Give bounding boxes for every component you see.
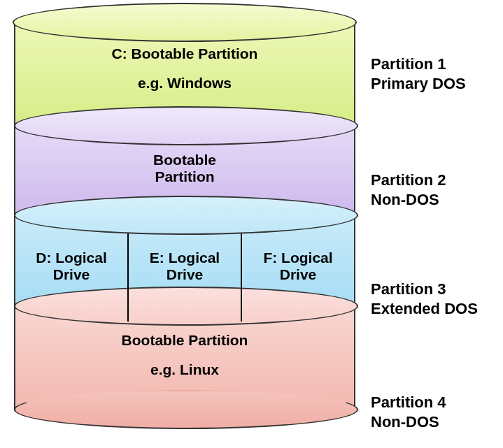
drive-divider-2 [241,219,242,321]
label-2-line2: Non-DOS [371,190,478,210]
drive-f-line2: Drive [280,266,317,283]
label-3-line2: Extended DOS [371,299,478,319]
partition-4-label: Partition 4 Non-DOS [371,369,478,431]
label-4-line2: Non-DOS [371,412,478,432]
partition-1-label: Partition 1 Primary DOS [371,55,478,159]
label-1-line1: Partition 1 [371,55,478,74]
partition-1-title: C: Bootable Partition [15,45,354,62]
drive-e-line2: Drive [167,266,204,283]
partition-2-title: Bootable [15,152,354,168]
cylinder-top-cap [13,3,357,42]
divider-1 [14,106,358,145]
partition-3-label: Partition 3 Extended DOS [371,260,478,369]
drive-f-line1: F: Logical [263,250,332,266]
label-4-line1: Partition 4 [371,393,478,412]
label-1-line2: Primary DOS [371,74,478,94]
drive-d-line2: Drive [53,266,90,283]
partition-1-subtitle: e.g. Windows [15,75,354,92]
disk-partition-diagram: C: Bootable Partition e.g. Windows Boota… [14,14,489,431]
partition-4-subtitle: e.g. Linux [15,361,354,378]
partition-labels-column: Partition 1 Primary DOS Partition 2 Non-… [371,14,478,431]
drive-e-line1: E: Logical [150,250,220,266]
drive-d-line1: D: Logical [36,250,107,266]
partition-4-title: Bootable Partition [15,332,354,349]
label-2-line1: Partition 2 [371,171,478,190]
disk-cylinder: C: Bootable Partition e.g. Windows Boota… [14,21,355,431]
cylinder-bottom-cap [14,390,358,429]
label-3-line1: Partition 3 [371,280,478,299]
drive-divider-1 [127,219,129,321]
divider-2 [14,196,358,235]
partition-2-label: Partition 2 Non-DOS [371,159,478,260]
partition-2-subtitle: Partition [15,168,354,185]
